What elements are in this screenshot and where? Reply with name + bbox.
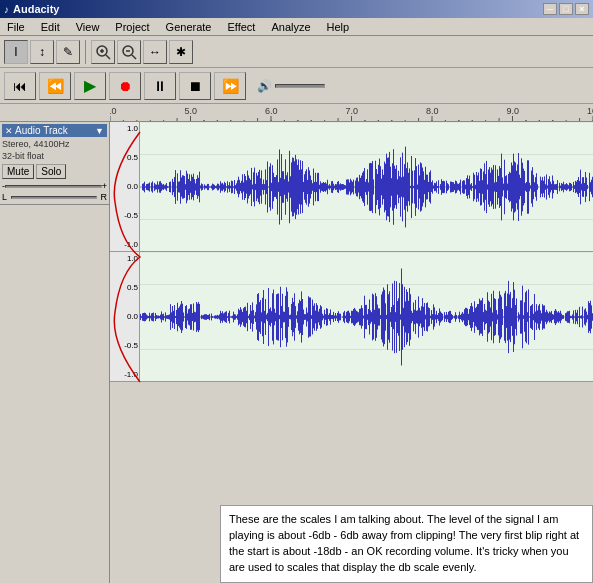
scale-bottom: 1.0 0.5 0.0 -0.5 -1.0 (110, 252, 140, 381)
track-name-label: Audio Track (15, 125, 95, 136)
zoom-out-icon (121, 44, 137, 60)
scale-bot-n0.5: -0.5 (111, 341, 138, 350)
title-bar: ♪ Audacity ─ □ × (0, 0, 593, 18)
track-close-button[interactable]: ✕ (5, 126, 13, 136)
scale-top-n0.5: -0.5 (111, 211, 138, 220)
window-controls: ─ □ × (543, 3, 589, 15)
annotation-text: These are the scales I am talking about.… (229, 513, 579, 573)
track-header: ✕ Audio Track ▼ Stereo, 44100Hz 32-bit f… (0, 122, 109, 205)
ruler-canvas (110, 104, 593, 122)
volume-section: 🔊 (257, 79, 325, 93)
record-button[interactable]: ⏺ (109, 72, 141, 100)
transport-toolbar: ⏮ ⏪ ▶ ⏺ ⏸ ⏹ ⏩ 🔊 (0, 68, 593, 104)
waveform-top (140, 122, 593, 251)
timeshift-tool[interactable]: ↔ (143, 40, 167, 64)
track-dropdown-icon[interactable]: ▼ (95, 126, 104, 136)
menu-project[interactable]: Project (112, 20, 152, 34)
menu-generate[interactable]: Generate (163, 20, 215, 34)
track-buttons: Mute Solo (2, 164, 107, 179)
envelope-tool[interactable]: ↕ (30, 40, 54, 64)
scale-bot-0.0: 0.0 (111, 312, 138, 321)
ruler (0, 104, 593, 122)
menu-bar: File Edit View Project Generate Effect A… (0, 18, 593, 36)
app-icon: ♪ (4, 4, 9, 15)
rewind-button[interactable]: ⏮ (4, 72, 36, 100)
pan-slider[interactable] (11, 196, 96, 199)
track-row-bottom: 1.0 0.5 0.0 -0.5 -1.0 (110, 252, 593, 382)
pause-button[interactable]: ⏸ (144, 72, 176, 100)
menu-edit[interactable]: Edit (38, 20, 63, 34)
waveform-bottom-canvas (140, 252, 593, 381)
scale-bot-1.0: 1.0 (111, 254, 138, 263)
scale-top-0.5: 0.5 (111, 153, 138, 162)
pan-l-label: L (2, 192, 7, 202)
zoom-in-tool[interactable] (91, 40, 115, 64)
scale-top-0.0: 0.0 (111, 182, 138, 191)
waveform-top-canvas (140, 122, 593, 251)
mute-button[interactable]: Mute (2, 164, 34, 179)
zoom-in-icon (95, 44, 111, 60)
menu-file[interactable]: File (4, 20, 28, 34)
scale-bot-0.5: 0.5 (111, 283, 138, 292)
gain-slider[interactable] (5, 185, 102, 188)
solo-button[interactable]: Solo (36, 164, 66, 179)
zoom-out-tool[interactable] (117, 40, 141, 64)
maximize-button[interactable]: □ (559, 3, 573, 15)
back-button[interactable]: ⏪ (39, 72, 71, 100)
waveform-area: 1.0 0.5 0.0 -0.5 -1.0 1.0 0.5 0.0 -0.5 -… (110, 122, 593, 583)
track-row-top: 1.0 0.5 0.0 -0.5 -1.0 (110, 122, 593, 252)
multi-tool[interactable]: ✱ (169, 40, 193, 64)
scale-top: 1.0 0.5 0.0 -0.5 -1.0 (110, 122, 140, 251)
menu-analyze[interactable]: Analyze (268, 20, 313, 34)
pan-row: L R (2, 192, 107, 202)
ruler-content (110, 104, 593, 121)
gain-row: - + (2, 181, 107, 191)
track-panel: ✕ Audio Track ▼ Stereo, 44100Hz 32-bit f… (0, 122, 110, 583)
svg-line-5 (132, 55, 136, 59)
play-button[interactable]: ▶ (74, 72, 106, 100)
volume-slider[interactable] (275, 84, 325, 88)
minimize-button[interactable]: ─ (543, 3, 557, 15)
toolbar-separator (85, 40, 86, 64)
track-info-1: Stereo, 44100Hz (2, 139, 107, 151)
volume-icon: 🔊 (257, 79, 272, 93)
close-button[interactable]: × (575, 3, 589, 15)
track-title-bar: ✕ Audio Track ▼ (2, 124, 107, 137)
scale-top-1.0: 1.0 (111, 124, 138, 133)
pan-r-label: R (101, 192, 108, 202)
forward-button[interactable]: ⏩ (214, 72, 246, 100)
app-title: Audacity (13, 3, 59, 15)
annotation-box: These are the scales I am talking about.… (220, 505, 593, 583)
stop-button[interactable]: ⏹ (179, 72, 211, 100)
waveform-bottom (140, 252, 593, 381)
draw-tool[interactable]: ✎ (56, 40, 80, 64)
track-info-2: 32-bit float (2, 151, 107, 163)
scale-top-n1.0: -1.0 (111, 240, 138, 249)
menu-view[interactable]: View (73, 20, 103, 34)
menu-effect[interactable]: Effect (224, 20, 258, 34)
tools-toolbar: I ↕ ✎ ↔ ✱ (0, 36, 593, 68)
svg-line-1 (106, 55, 110, 59)
menu-help[interactable]: Help (324, 20, 353, 34)
selection-tool[interactable]: I (4, 40, 28, 64)
scale-bot-n1.0: -1.0 (111, 370, 138, 379)
gain-plus-label: + (102, 181, 107, 191)
main-area: ✕ Audio Track ▼ Stereo, 44100Hz 32-bit f… (0, 122, 593, 583)
